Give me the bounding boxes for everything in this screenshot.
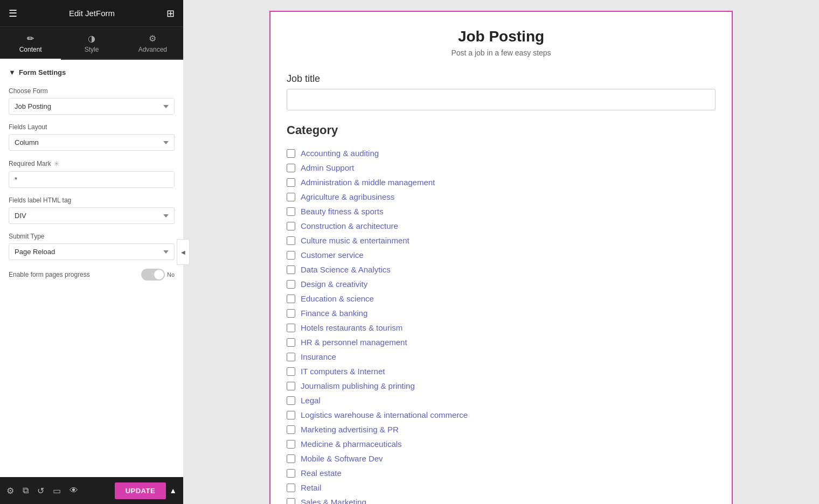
category-label-15[interactable]: IT computers & Internet (301, 367, 385, 376)
category-label-16[interactable]: Journalism publishing & printing (301, 381, 415, 390)
settings-icon[interactable]: ⚙ (6, 486, 14, 496)
category-checkbox-15[interactable] (287, 367, 295, 376)
category-label-20[interactable]: Medicine & pharmaceuticals (301, 439, 402, 449)
main-content: Job Posting Post a job in a few easy ste… (183, 0, 819, 504)
tab-advanced[interactable]: ⚙ Advanced (122, 27, 183, 60)
category-checkbox-16[interactable] (287, 382, 295, 390)
list-item: Legal (287, 393, 716, 408)
category-label-6[interactable]: Culture music & entertainment (301, 236, 410, 245)
grid-icon[interactable]: ⊞ (166, 8, 175, 19)
category-label-0[interactable]: Accounting & auditing (301, 149, 379, 158)
category-checkbox-4[interactable] (287, 207, 295, 216)
form-settings-toggle[interactable]: ▼ Form Settings (9, 68, 175, 76)
category-checkbox-5[interactable] (287, 222, 295, 230)
update-button[interactable]: UPDATE (115, 482, 166, 499)
tab-content[interactable]: ✏ Content (0, 27, 61, 60)
submit-type-select[interactable]: Page Reload AJAX (9, 243, 175, 260)
list-item: Insurance (287, 349, 716, 364)
category-checkbox-0[interactable] (287, 149, 295, 158)
sidebar-content: ▼ Form Settings Choose Form Job Posting … (0, 60, 183, 477)
category-label-7[interactable]: Customer service (301, 250, 364, 260)
bottom-icons: ⚙ ⧉ ↺ ▭ 👁 (6, 486, 78, 496)
category-checkbox-6[interactable] (287, 236, 295, 245)
enable-progress-toggle[interactable]: No (141, 269, 175, 281)
category-checkbox-8[interactable] (287, 265, 295, 274)
list-item: Administration & middle management (287, 175, 716, 190)
choose-form-select[interactable]: Job Posting (9, 98, 175, 115)
choose-form-label: Choose Form (9, 87, 175, 95)
category-label-2[interactable]: Administration & middle management (301, 178, 435, 187)
category-checkbox-11[interactable] (287, 309, 295, 318)
advanced-icon: ⚙ (149, 33, 156, 44)
category-checkbox-10[interactable] (287, 295, 295, 303)
category-label-11[interactable]: Finance & banking (301, 309, 367, 318)
category-checkbox-19[interactable] (287, 425, 295, 434)
category-label-23[interactable]: Retail (301, 483, 321, 492)
category-label-21[interactable]: Mobile & Software Dev (301, 454, 383, 463)
toggle-switch[interactable] (141, 269, 165, 281)
submit-type-field: Submit Type Page Reload AJAX (9, 233, 175, 260)
required-mark-input[interactable]: * (9, 171, 175, 188)
choose-form-field: Choose Form Job Posting (9, 87, 175, 115)
list-item: Logistics warehouse & international comm… (287, 408, 716, 422)
tab-advanced-label: Advanced (138, 46, 167, 53)
category-checkbox-23[interactable] (287, 484, 295, 492)
list-item: Admin Support (287, 160, 716, 175)
list-item: Mobile & Software Dev (287, 451, 716, 466)
category-checkbox-13[interactable] (287, 338, 295, 347)
category-label-13[interactable]: HR & personnel management (301, 338, 407, 347)
job-title-input[interactable] (287, 89, 716, 110)
list-item: Data Science & Analytics (287, 262, 716, 277)
category-label-5[interactable]: Construction & architecture (301, 221, 398, 230)
hamburger-icon[interactable]: ☰ (9, 8, 17, 19)
category-label: Category (287, 123, 716, 137)
list-item: Agriculture & agribusiness (287, 190, 716, 204)
fields-label-tag-select[interactable]: DIV LABEL H1 H2 H3 H4 H5 H6 (9, 207, 175, 224)
layers-icon[interactable]: ⧉ (23, 486, 29, 495)
category-label-19[interactable]: Marketing advertising & PR (301, 425, 399, 434)
category-checkbox-20[interactable] (287, 440, 295, 449)
category-checkbox-18[interactable] (287, 411, 295, 419)
submit-type-label: Submit Type (9, 233, 175, 240)
category-label-24[interactable]: Sales & Marketing (301, 498, 366, 504)
history-icon[interactable]: ↺ (37, 486, 44, 496)
category-checkbox-22[interactable] (287, 469, 295, 478)
preview-icon[interactable]: 👁 (70, 486, 78, 495)
collapse-button[interactable]: ◀ (177, 239, 190, 265)
category-checkbox-24[interactable] (287, 498, 295, 505)
category-label-10[interactable]: Education & science (301, 294, 374, 303)
category-checkbox-1[interactable] (287, 164, 295, 172)
category-label-3[interactable]: Agriculture & agribusiness (301, 192, 394, 201)
category-label-8[interactable]: Data Science & Analytics (301, 265, 391, 274)
category-label-18[interactable]: Logistics warehouse & international comm… (301, 410, 468, 419)
category-checkbox-17[interactable] (287, 396, 295, 405)
category-label-14[interactable]: Insurance (301, 352, 336, 361)
chevron-up-icon[interactable]: ▲ (169, 486, 177, 495)
tab-style[interactable]: ◑ Style (61, 27, 122, 60)
category-label-17[interactable]: Legal (301, 396, 321, 405)
responsive-icon[interactable]: ▭ (53, 486, 61, 496)
list-item: Hotels restaurants & tourism (287, 320, 716, 335)
category-checkbox-3[interactable] (287, 193, 295, 201)
list-item: IT computers & Internet (287, 364, 716, 379)
category-label-4[interactable]: Beauty fitness & sports (301, 207, 383, 216)
sparkle-icon: ✳ (53, 159, 60, 168)
category-label-9[interactable]: Design & creativity (301, 279, 367, 289)
category-checkbox-21[interactable] (287, 454, 295, 463)
category-checkbox-7[interactable] (287, 251, 295, 260)
category-label-22[interactable]: Real estate (301, 468, 342, 478)
category-checkbox-9[interactable] (287, 280, 295, 289)
list-item: Finance & banking (287, 306, 716, 320)
list-item: Journalism publishing & printing (287, 379, 716, 393)
tab-style-label: Style (85, 46, 99, 53)
category-checkbox-14[interactable] (287, 353, 295, 361)
list-item: Construction & architecture (287, 219, 716, 233)
list-item: Accounting & auditing (287, 146, 716, 160)
category-label-12[interactable]: Hotels restaurants & tourism (301, 323, 402, 332)
form-settings-arrow: ▼ (9, 68, 16, 76)
sidebar-bottom: ⚙ ⧉ ↺ ▭ 👁 UPDATE ▲ (0, 477, 183, 504)
category-checkbox-12[interactable] (287, 324, 295, 332)
category-label-1[interactable]: Admin Support (301, 163, 354, 172)
fields-layout-select[interactable]: Column Row (9, 134, 175, 151)
category-checkbox-2[interactable] (287, 178, 295, 187)
